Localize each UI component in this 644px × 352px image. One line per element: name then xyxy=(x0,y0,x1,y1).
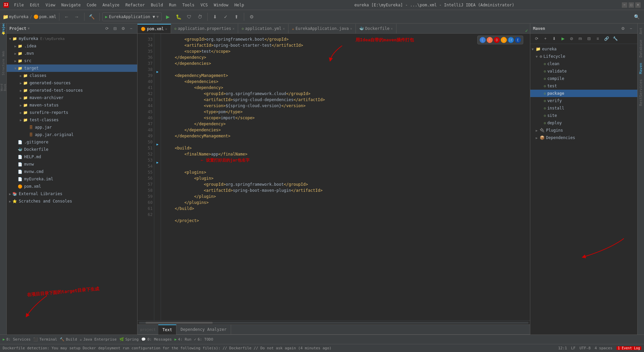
tree-dockerfile[interactable]: ▶ 🐳 Dockerfile xyxy=(7,146,137,153)
rest-side-tab[interactable]: RestServices xyxy=(638,77,644,108)
maven-clean[interactable]: ⚙ clean xyxy=(530,60,637,68)
tree-scratches[interactable]: ▶ ⭐ Scratches and Consoles xyxy=(7,197,137,205)
project-dropdown-icon[interactable]: ▼ xyxy=(28,27,30,30)
maven-package[interactable]: ⚙ package xyxy=(530,90,637,97)
menu-navigate[interactable]: Navigate xyxy=(59,2,84,8)
run-config-selector[interactable]: ▶ EurekaApplication ▼ ▼ xyxy=(102,12,162,21)
build-item[interactable]: 🔨 Build xyxy=(60,337,77,342)
tree-iml[interactable]: ▶ 📄 myEureka.iml xyxy=(7,175,137,183)
event-log-badge[interactable]: 1 Event Log xyxy=(616,346,641,350)
maven-settings-button[interactable]: ⚙ xyxy=(619,25,627,32)
menu-bar[interactable]: File Edit View Navigate Code Analyze Ref… xyxy=(11,2,247,8)
maven-download-button[interactable]: ⬇ xyxy=(550,35,558,42)
maven-run-button[interactable]: ▶ xyxy=(559,35,567,42)
messages-item[interactable]: 💬 0: Messages xyxy=(141,337,172,342)
close-button[interactable]: × xyxy=(635,2,641,8)
tab-app-yml[interactable]: ⚙ application.yml × xyxy=(238,24,288,33)
maven-deploy[interactable]: ⚙ deploy xyxy=(530,119,637,127)
web-side-icon[interactable]: Web xyxy=(1,51,6,56)
maven-test[interactable]: ⚙ test xyxy=(530,82,637,90)
favorites-side-icon[interactable]: ⭐ xyxy=(1,31,6,36)
maven-expand-button[interactable]: ≡ xyxy=(594,35,601,42)
browser-ie-icon[interactable]: IE xyxy=(508,37,514,43)
bottom-tab-text[interactable]: Text xyxy=(158,324,176,335)
maven-link-button[interactable]: 🔗 xyxy=(603,35,610,42)
wordbook-side-icon[interactable]: Word Book xyxy=(1,85,6,90)
tab-eureka-app[interactable]: ☕ EurekaApplication.java × xyxy=(288,24,356,33)
menu-build[interactable]: Build xyxy=(148,2,166,8)
run-button[interactable]: ▶ xyxy=(163,12,172,21)
maven-verify[interactable]: ⚙ verify xyxy=(530,97,637,104)
maven-lifecycle[interactable]: ▼ ⚙ Lifecycle xyxy=(530,53,637,60)
menu-refactor[interactable]: Refactor xyxy=(123,2,148,8)
project-selector[interactable]: 📁 myEureka / 🟠 pom.xml xyxy=(3,14,56,19)
maven-wrench-button[interactable]: 🔧 xyxy=(611,35,619,42)
build-project-button[interactable]: 🔨 xyxy=(87,12,97,21)
project-side-icon[interactable]: Project xyxy=(1,25,6,30)
horizontal-scrollbar[interactable] xyxy=(138,320,530,324)
database-side-tab[interactable]: Database xyxy=(638,37,644,60)
maven-refresh-button[interactable]: ⟳ xyxy=(533,35,540,42)
ant-side-tab[interactable]: Ant xyxy=(638,25,644,37)
debug-button[interactable]: 🐛 xyxy=(174,12,183,21)
tree-idea[interactable]: ▶ 📁 .idea xyxy=(7,42,137,50)
tab-pom-close[interactable]: × xyxy=(165,27,167,31)
window-controls[interactable]: − □ × xyxy=(622,2,641,8)
tree-maven-archiver[interactable]: ▶ 📁 maven-archiver xyxy=(7,94,137,101)
tab-app-props[interactable]: ⚙ application.properties × xyxy=(171,24,238,33)
vcs-push-button[interactable]: ⬆ xyxy=(232,12,241,21)
maven-compile[interactable]: ⚙ compile xyxy=(530,75,637,82)
bottom-tab-dependency[interactable]: Dependency Analyzer xyxy=(176,324,231,335)
collapse-button[interactable]: ⊟ xyxy=(112,25,118,32)
terminal-item[interactable]: ⬛ Terminal xyxy=(33,337,57,342)
browser-safari-icon[interactable]: S xyxy=(501,37,507,43)
menu-analyze[interactable]: Analyze xyxy=(100,2,122,8)
tree-target[interactable]: ▼ 📁 target xyxy=(7,64,137,72)
tab-java-close[interactable]: × xyxy=(350,27,352,31)
tree-generated-sources[interactable]: ▶ 📁 generated-sources xyxy=(7,79,137,87)
browser-opera-icon[interactable]: O xyxy=(494,37,500,43)
code-content[interactable]: <groupId>org.springframework.boot</group… xyxy=(161,34,530,320)
maven-site[interactable]: ⚙ site xyxy=(530,112,637,119)
tree-surefire[interactable]: ▶ 📁 surefire-reports xyxy=(7,109,137,116)
todo-item[interactable]: ✓ 6: TODO xyxy=(194,337,213,342)
maven-actions[interactable]: ⚙ − xyxy=(619,25,635,32)
tree-src[interactable]: ▶ 📁 src xyxy=(7,57,137,64)
tree-generated-test-sources[interactable]: ▶ 📁 generated-test-sources xyxy=(7,87,137,94)
tree-mvnw[interactable]: ▶ 📄 mvnw xyxy=(7,161,137,168)
search-everywhere-button[interactable]: 🔍 xyxy=(632,12,641,21)
tree-root[interactable]: ▼ 📁 myEureka E:\myEureka xyxy=(7,35,137,42)
tree-mvn[interactable]: ▶ 📁 .mvn xyxy=(7,50,137,57)
menu-file[interactable]: File xyxy=(11,2,26,8)
line-ending[interactable]: LF xyxy=(571,346,575,350)
menu-run[interactable]: Run xyxy=(166,2,179,8)
structure-side-icon[interactable]: Structure xyxy=(1,64,6,70)
spring-item[interactable]: 🌿 Spring xyxy=(119,337,139,342)
tree-app-jar-original[interactable]: ▶ 🗄 app.jar.original xyxy=(7,131,137,138)
browser-chrome-icon[interactable]: C xyxy=(480,37,486,43)
tab-yml-close[interactable]: × xyxy=(283,27,285,31)
maven-side-tab[interactable]: Maven xyxy=(638,60,644,77)
tab-pom-xml[interactable]: 🟠 pom.xml × xyxy=(138,24,171,33)
tree-gitignore[interactable]: ▶ 📄 .gitignore xyxy=(7,138,137,146)
maven-validate[interactable]: ⚙ validate xyxy=(530,68,637,75)
tree-app-jar[interactable]: ▶ 🗄 app.jar xyxy=(7,124,137,131)
panel-actions[interactable]: ⟳ ⊟ ⚙ − xyxy=(104,25,135,32)
maven-plugins[interactable]: ▶ 🔌 Plugins xyxy=(530,127,637,134)
run-item[interactable]: ▶ 4: Run xyxy=(174,337,191,342)
hide-panel-button[interactable]: − xyxy=(128,25,135,32)
maven-dependencies[interactable]: ▶ 📦 Dependencies xyxy=(530,134,637,141)
maven-skip-tests-button[interactable]: ⊘ xyxy=(568,35,575,42)
tree-mvnw-cmd[interactable]: ▶ 📄 mvnw.cmd xyxy=(7,168,137,175)
java-ent-item[interactable]: ☕ Java Enterprise xyxy=(80,337,117,342)
scrollbar-thumb[interactable] xyxy=(146,322,213,324)
menu-help[interactable]: Help xyxy=(232,2,247,8)
build-buttons[interactable]: 🔨 xyxy=(87,12,97,21)
sync-button[interactable]: ⟳ xyxy=(104,25,110,32)
maven-add-button[interactable]: + xyxy=(542,35,549,42)
tab-props-close[interactable]: × xyxy=(232,27,234,31)
tree-test-classes[interactable]: ▶ 📁 test-classes xyxy=(7,116,137,124)
browser-edge-icon[interactable]: E xyxy=(515,37,521,43)
profile-button[interactable]: ⏱ xyxy=(195,12,205,21)
settings-button[interactable]: ⚙ xyxy=(247,12,256,21)
